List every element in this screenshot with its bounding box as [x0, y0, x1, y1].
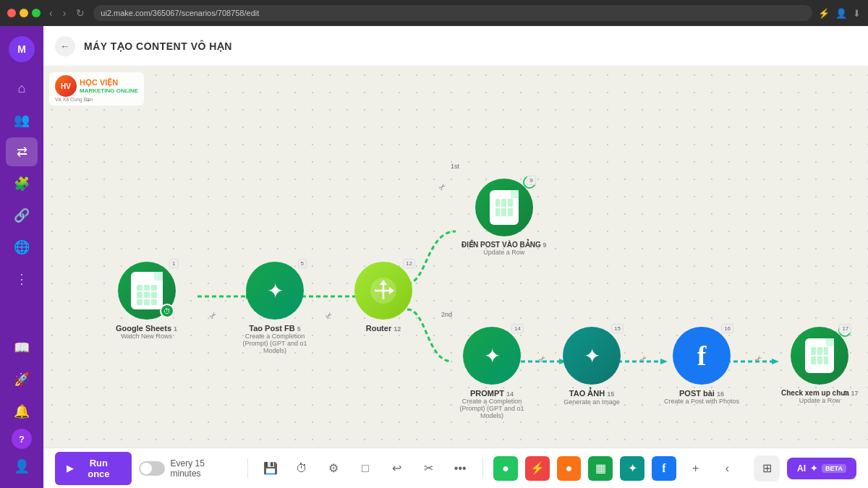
grid-view-button[interactable]: ⊞ — [754, 455, 780, 481]
settings-button[interactable]: ⚙ — [321, 456, 346, 481]
undo-button[interactable]: ↩ — [385, 456, 409, 481]
download-icon[interactable]: ⬇ — [853, 8, 861, 19]
sidebar-item-connections[interactable]: 🔗 — [6, 201, 38, 230]
main-content: ← MÁY TẠO CONTENT VÔ HẠN HV HỌC VIỆN MAR… — [43, 26, 868, 488]
green-module-button[interactable]: ● — [493, 456, 518, 481]
grid-icon: ⊞ — [762, 461, 772, 475]
sidebar-bottom: 📖 🚀 🔔 ? 👤 — [6, 333, 38, 481]
save-icon: 💾 — [263, 461, 278, 475]
bell-icon: 🔔 — [14, 403, 30, 419]
url-text: ui2.make.com/365067/scenarios/708758/edi… — [101, 9, 259, 17]
watermark-line3: Và Xã Cùng Bạn — [55, 97, 138, 103]
node-check-xem[interactable]: + 17 Check xem up chưa 17 Update a Row — [781, 327, 859, 404]
sidebar-logo: M — [6, 33, 38, 65]
node-tao-anh[interactable]: ✦ 15 TAO ẢNH 15 Generate an Image — [563, 327, 621, 406]
schedule-toggle-switch[interactable] — [139, 461, 165, 476]
node-label-router: Router 12 — [366, 324, 401, 333]
browser-nav: ‹ › ↻ — [46, 6, 88, 20]
scenarios-icon: ⇄ — [17, 144, 27, 160]
node-label-prompt: PROMPT 14 — [470, 389, 514, 398]
sheets-toolbar-icon: ▦ — [595, 461, 606, 475]
connections-icon: 🔗 — [14, 207, 30, 223]
node-badge-tpfb: 5 — [298, 259, 307, 268]
add-icon: + — [692, 462, 699, 475]
sheets-toolbar-button[interactable]: ▦ — [588, 456, 613, 481]
node-sublabel-dp: Update a Row — [483, 249, 524, 256]
sidebar-item-users[interactable]: 👥 — [6, 106, 38, 134]
toggle-knob — [140, 463, 152, 474]
gpt-toolbar-icon: ✦ — [628, 461, 637, 475]
maximize-dot[interactable] — [32, 9, 41, 17]
sidebar-item-updates[interactable]: 🚀 — [6, 365, 38, 394]
page-title: MÁY TẠO CONTENT VÔ HẠN — [84, 40, 232, 52]
history-button[interactable]: ⏱ — [289, 456, 314, 481]
node-prompt[interactable]: ✦ 14 PROMPT 14 Create a Completion (Prom… — [452, 327, 532, 419]
users-icon: 👥 — [14, 112, 30, 128]
sidebar-item-globe[interactable]: 🌐 — [6, 233, 38, 262]
more-button[interactable]: ••• — [448, 456, 472, 481]
undo-icon: ↩ — [392, 461, 401, 475]
cut-icon-4: ✂ — [537, 354, 549, 366]
green-module-icon: ● — [502, 462, 509, 475]
save-button[interactable]: 💾 — [258, 456, 283, 481]
back-button[interactable]: ← — [55, 36, 75, 56]
node-google-sheets[interactable]: ⏱ 1 Google Sheets 1 Watch New Rows — [116, 262, 177, 340]
watermark-line2: MARKETING ONLINE — [80, 87, 138, 94]
top-bar: ← MÁY TẠO CONTENT VÔ HẠN — [43, 26, 868, 67]
extensions-icon[interactable]: ⚡ — [818, 8, 830, 19]
node-sublabel-pb: Create a Post with Photos — [664, 398, 739, 405]
node-router[interactable]: 12 Router 12 — [354, 262, 412, 333]
node-label-cx: Check xem up chưa 17 — [781, 389, 859, 397]
sidebar-item-profile[interactable]: 👤 — [6, 452, 38, 481]
svg-marker-9 — [772, 359, 779, 364]
toolbar-sep-2 — [482, 458, 483, 479]
reload-btn[interactable]: ↻ — [73, 6, 88, 20]
cut-icon-1: ✂ — [208, 310, 220, 322]
node-badge-pb: 16 — [721, 324, 733, 333]
sidebar-item-docs[interactable]: 📖 — [6, 333, 38, 362]
close-dot[interactable] — [7, 9, 16, 17]
sidebar-item-notifications[interactable]: 🔔 — [6, 397, 38, 426]
sidebar-item-apps[interactable]: 🧩 — [6, 169, 38, 198]
node-badge-prompt: 14 — [511, 324, 524, 333]
sidebar-item-home[interactable]: ⌂ — [6, 74, 38, 103]
watermark-line1: HỌC VIỆN — [80, 78, 138, 87]
node-dien-post[interactable]: + 9 ĐIỀN POST VÀO BẢNG 9 Update a Row 1s… — [461, 179, 546, 256]
minimize-dot[interactable] — [20, 9, 28, 17]
back-arrow-icon: ← — [60, 40, 70, 52]
node-badge-dp: 9 — [527, 176, 535, 185]
node-sublabel-prompt: Create a Completion (Prompt) (GPT and o1… — [452, 398, 532, 419]
add-module-button[interactable]: + — [684, 456, 708, 481]
url-bar[interactable]: ui2.make.com/365067/scenarios/708758/edi… — [93, 5, 812, 21]
collapse-button[interactable]: ‹ — [715, 456, 740, 481]
sidebar-item-help[interactable]: ? — [12, 429, 32, 449]
node-tao-post-fb[interactable]: ✦ 5 Tao Post FB 5 Create a Completion (P… — [235, 262, 315, 354]
cut-icon-5: ✂ — [638, 354, 650, 366]
node-sublabel-gs: Watch New Rows — [121, 333, 172, 340]
gpt-toolbar-button[interactable]: ✦ — [620, 456, 644, 481]
node-label-dp: ĐIỀN POST VÀO BẢNG 9 — [461, 241, 546, 249]
ai-button[interactable]: AI ✦ BETA — [787, 458, 856, 479]
profile-icon[interactable]: 👤 — [835, 8, 847, 19]
run-once-button[interactable]: ▶ Run once — [55, 452, 132, 485]
settings-icon: ⚙ — [328, 461, 339, 475]
updates-icon: 🚀 — [14, 372, 30, 388]
cut-icon-2: ✂ — [323, 310, 336, 322]
webhook-button[interactable]: ⚡ — [525, 456, 550, 481]
fb-toolbar-icon: f — [662, 462, 665, 475]
node-label-pb: POST bài 16 — [679, 389, 724, 398]
node-badge-gs: 1 — [169, 259, 178, 268]
back-nav-btn[interactable]: ‹ — [46, 6, 56, 20]
canvas-area[interactable]: HV HỌC VIỆN MARKETING ONLINE Và Xã Cùng … — [43, 67, 868, 448]
flow-button[interactable]: ● — [557, 456, 582, 481]
tools-button[interactable]: ✂ — [417, 456, 441, 481]
sidebar-item-scenarios[interactable]: ⇄ — [6, 137, 38, 166]
cut-icon-6: ✂ — [753, 354, 765, 366]
docs-icon: 📖 — [14, 340, 30, 356]
sidebar: M ⌂ 👥 ⇄ 🧩 🔗 🌐 ⋮ 📖 🚀 — [0, 26, 43, 488]
notes-button[interactable]: □ — [353, 456, 378, 481]
fb-toolbar-button[interactable]: f — [652, 456, 676, 481]
sidebar-item-more[interactable]: ⋮ — [6, 265, 38, 294]
forward-nav-btn[interactable]: › — [60, 6, 69, 20]
node-post-bai[interactable]: f 16 POST bài 16 Create a Post with Phot… — [664, 327, 739, 405]
